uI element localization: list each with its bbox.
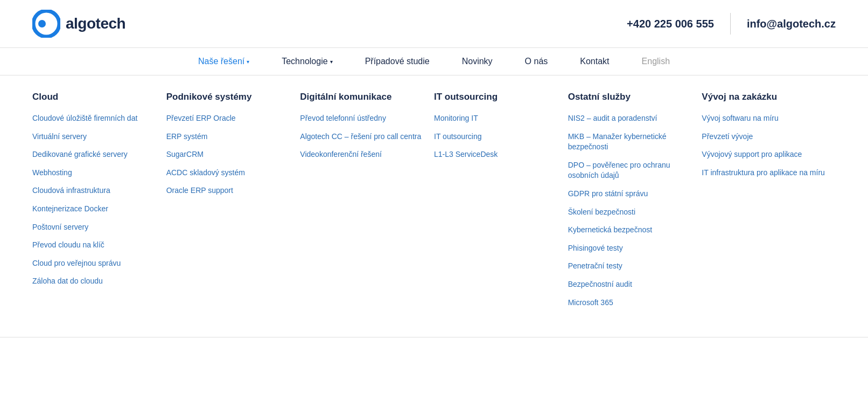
list-item[interactable]: IT infrastruktura pro aplikace na míru	[702, 168, 825, 178]
nav-item-nase-reseni[interactable]: Naše řešení ▾	[198, 57, 249, 66]
menu-column-title-ostatni: Ostatní služby	[568, 92, 691, 102]
list-item[interactable]: NIS2 – audit a poradenství	[568, 113, 691, 124]
header-phone[interactable]: +420 225 006 555	[627, 18, 714, 30]
logo-text: algotech	[66, 15, 125, 32]
menu-column-title-podnikove: Podnikové systémy	[166, 92, 290, 102]
list-item[interactable]: SugarCRM	[166, 149, 290, 160]
list-item[interactable]: ERP systém	[166, 132, 290, 142]
header-divider	[730, 13, 731, 35]
nav-item-novinky[interactable]: Novinky	[462, 57, 493, 66]
menu-column-vyvoj: Vývoj na zakázku Vývoj softwaru na míru …	[702, 92, 836, 315]
list-item[interactable]: Oracle ERP support	[166, 185, 290, 196]
list-item[interactable]: Penetrační testy	[568, 261, 691, 272]
list-item[interactable]: Videokonferenční řešení	[300, 149, 423, 160]
list-item[interactable]: Monitoring IT	[434, 113, 557, 124]
list-item[interactable]: ACDC skladový systém	[166, 168, 290, 178]
list-item[interactable]: Cloudová infrastruktura	[32, 185, 156, 196]
list-item[interactable]: Phisingové testy	[568, 243, 691, 254]
list-item[interactable]: Virtuální servery	[32, 132, 156, 142]
menu-column-title-it-outsourcing: IT outsourcing	[434, 92, 557, 102]
list-item[interactable]: DPO – pověřenec pro ochranu osobních úda…	[568, 160, 691, 181]
logo-area[interactable]: algotech	[32, 10, 125, 38]
list-item[interactable]: Dedikované grafické servery	[32, 149, 156, 160]
list-item[interactable]: Cloud pro veřejnou správu	[32, 258, 156, 269]
list-item[interactable]: Převod telefonní ústředny	[300, 113, 423, 124]
logo-icon	[32, 10, 60, 38]
header-email[interactable]: info@algotech.cz	[747, 18, 836, 30]
chevron-down-icon: ▾	[330, 59, 333, 65]
list-item[interactable]: L1-L3 ServiceDesk	[434, 149, 557, 160]
list-item[interactable]: Kybernetická bezpečnost	[568, 225, 691, 236]
list-item[interactable]: Poštovní servery	[32, 222, 156, 233]
list-item[interactable]: Školení bezpečnosti	[568, 207, 691, 218]
menu-column-it-outsourcing: IT outsourcing Monitoring IT IT outsourc…	[434, 92, 568, 315]
menu-column-podnikove: Podnikové systémy Převzetí ERP Oracle ER…	[166, 92, 300, 315]
nav-item-english[interactable]: English	[642, 57, 670, 66]
list-item[interactable]: MKB – Manažer kybernetické bezpečnosti	[568, 132, 691, 153]
chevron-down-icon: ▾	[247, 59, 249, 65]
list-item[interactable]: Převod cloudu na klíč	[32, 240, 156, 251]
nav-item-technologie[interactable]: Technologie ▾	[282, 57, 332, 66]
list-item[interactable]: GDPR pro státní správu	[568, 189, 691, 199]
list-item[interactable]: Převzetí ERP Oracle	[166, 113, 290, 124]
header: algotech +420 225 006 555 info@algotech.…	[0, 0, 868, 48]
list-item[interactable]: Microsoft 365	[568, 298, 691, 308]
list-item[interactable]: Algotech CC – řešení pro call centra	[300, 132, 423, 142]
menu-column-ostatni: Ostatní služby NIS2 – audit a poradenstv…	[568, 92, 702, 315]
nav-item-pripadove-studie[interactable]: Případové studie	[365, 57, 430, 66]
header-right: +420 225 006 555 info@algotech.cz	[627, 13, 836, 35]
list-item[interactable]: IT outsourcing	[434, 132, 557, 142]
nav-item-o-nas[interactable]: O nás	[525, 57, 548, 66]
menu-column-digitalni: Digitální komunikace Převod telefonní ús…	[300, 92, 434, 315]
list-item[interactable]: Převzetí vývoje	[702, 132, 825, 142]
list-item[interactable]: Webhosting	[32, 168, 156, 178]
list-item[interactable]: Vývojový support pro aplikace	[702, 149, 825, 160]
svg-point-1	[38, 20, 46, 27]
list-item[interactable]: Cloudové úložiště firemních dat	[32, 113, 156, 124]
list-item[interactable]: Kontejnerizace Docker	[32, 204, 156, 215]
menu-column-title-digitalni: Digitální komunikace	[300, 92, 423, 102]
list-item[interactable]: Bezpečnostní audit	[568, 279, 691, 290]
list-item[interactable]: Vývoj softwaru na míru	[702, 113, 825, 124]
dropdown-menu: Cloud Cloudové úložiště firemních dat Vi…	[0, 75, 868, 337]
svg-point-0	[33, 11, 59, 37]
menu-column-title-cloud: Cloud	[32, 92, 156, 102]
main-nav: Naše řešení ▾ Technologie ▾ Případové st…	[0, 48, 868, 75]
nav-item-kontakt[interactable]: Kontakt	[580, 57, 609, 66]
menu-column-title-vyvoj: Vývoj na zakázku	[702, 92, 825, 102]
menu-column-cloud: Cloud Cloudové úložiště firemních dat Vi…	[32, 92, 166, 315]
list-item[interactable]: Záloha dat do cloudu	[32, 276, 156, 287]
